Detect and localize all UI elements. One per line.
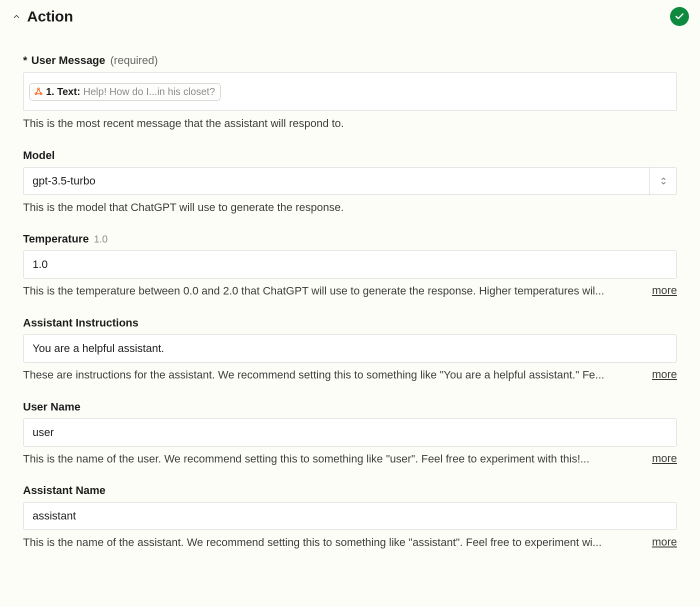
desc-model: This is the model that ChatGPT will use … xyxy=(23,200,677,215)
pill-label: 1. Text: xyxy=(46,86,80,98)
label-user-name: User Name xyxy=(23,400,80,414)
more-link-user-name[interactable]: more xyxy=(652,452,677,465)
desc-temperature: This is the temperature between 0.0 and … xyxy=(23,284,643,298)
field-assistant-name: Assistant Name This is the name of the a… xyxy=(23,484,677,550)
webhook-icon xyxy=(34,87,43,96)
desc-user-message: This is the most recent message that the… xyxy=(23,116,677,131)
fields: * User Message (required) xyxy=(11,26,689,550)
label-temperature: Temperature xyxy=(23,232,89,246)
required-hint: (required) xyxy=(110,54,158,67)
more-link-temperature[interactable]: more xyxy=(652,284,677,297)
label-assistant-name: Assistant Name xyxy=(23,484,106,497)
field-user-message: * User Message (required) xyxy=(23,54,677,131)
temperature-default-annotation: 1.0 xyxy=(94,234,108,245)
field-temperature: Temperature 1.0 This is the temperature … xyxy=(23,232,677,298)
select-chevron-icon[interactable] xyxy=(650,167,677,195)
required-star: * xyxy=(23,54,28,67)
assistant-instructions-input[interactable] xyxy=(23,334,677,362)
field-model: Model This is the model that ChatGPT wil… xyxy=(23,149,677,215)
collapse-icon[interactable] xyxy=(11,11,22,22)
desc-assbiggest-name: This is the name of the assistant. We re… xyxy=(23,535,643,550)
pill-text: Help! How do I...in his closet? xyxy=(84,86,215,98)
label-assistant-instructions: Assistant Instructions xyxy=(23,316,138,330)
desc-assistant-instructions: These are instructions for the assistant… xyxy=(23,368,643,382)
action-section: Action * User Message (required) xyxy=(0,0,700,560)
temperature-input[interactable] xyxy=(23,250,677,278)
mapped-value-pill[interactable]: 1. Text: Help! How do I...in his closet? xyxy=(30,83,220,100)
user-message-input[interactable]: 1. Text: Help! How do I...in his closet? xyxy=(23,72,677,111)
desc-user-name: This is the name of the user. We recomme… xyxy=(23,452,643,466)
status-success-icon xyxy=(670,7,689,26)
field-assistant-instructions: Assistant Instructions These are instruc… xyxy=(23,316,677,382)
label-model: Model xyxy=(23,149,55,162)
section-header: Action xyxy=(11,7,689,26)
more-link-assistant-instructions[interactable]: more xyxy=(652,368,677,381)
more-link-assistant-name[interactable]: more xyxy=(652,536,677,548)
section-title: Action xyxy=(27,8,73,25)
model-select-value[interactable] xyxy=(23,167,677,195)
model-select[interactable] xyxy=(23,167,677,195)
assistant-name-input[interactable] xyxy=(23,502,677,530)
label-user-message: * User Message xyxy=(23,54,106,67)
field-user-name: User Name This is the name of the user. … xyxy=(23,400,677,466)
user-name-input[interactable] xyxy=(23,418,677,446)
